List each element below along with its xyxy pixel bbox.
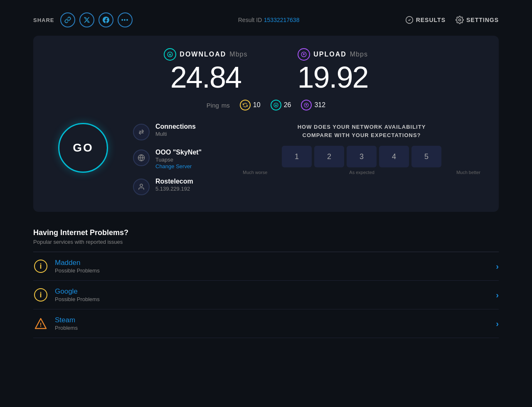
facebook-share-button[interactable] [99,12,113,27]
server-row: OOO "SkyNet" Tuapse Change Server [133,149,216,169]
ping-down-icon [271,100,281,110]
settings-nav-button[interactable]: SETTINGS [456,16,499,24]
ping-row: Ping ms 10 26 [50,100,482,110]
ping-up-value: 312 [301,100,325,110]
rating-1-button[interactable]: 1 [282,146,312,167]
result-id: Result ID 15332217638 [238,16,300,24]
share-section: SHARE ••• [33,12,133,27]
download-icon [164,48,176,61]
person-icon [133,179,150,195]
twitter-share-button[interactable] [79,12,94,27]
share-label: SHARE [33,17,54,23]
rating-2-button[interactable]: 2 [314,146,344,167]
ping-up-icon [301,100,312,110]
server-info: Connections Multi OOO "SkyNet" Tuapse Ch… [133,123,216,195]
speed-card: DOWNLOAD Mbps 24.84 UPLOAD Mbps 19.92 [33,36,499,212]
rating-labels: Much worse As expected Much better [241,170,482,175]
problems-subtitle: Popular services with reported issues [33,239,499,245]
problems-section: Having Internet Problems? Popular servic… [33,228,499,338]
expectations-section: HOW DOES YOUR NETWORK AVAILABILITYCOMPAR… [241,123,482,175]
jitter-icon [240,100,251,110]
svg-point-14 [140,184,143,186]
go-button-wrap: GO [50,123,116,173]
upload-value: 19.92 [297,62,368,92]
result-id-value[interactable]: 15332217638 [264,17,300,23]
rating-3-button[interactable]: 3 [347,146,377,167]
problem-item-google[interactable]: i Google Possible Problems › [33,281,499,309]
upload-metric: UPLOAD Mbps 19.92 [297,48,368,92]
rating-row: 1 2 3 4 5 [241,146,482,167]
google-arrow-icon: › [496,290,499,300]
problem-item-madden[interactable]: i Madden Possible Problems › [33,252,499,281]
isp-row: Rostelecom 5.139.229.192 [133,178,216,195]
more-share-button[interactable]: ••• [118,12,133,27]
madden-arrow-icon: › [496,262,499,271]
top-bar: SHARE ••• Result ID 15332217638 [0,0,532,36]
rating-4-button[interactable]: 4 [379,146,409,167]
nav-section: RESULTS SETTINGS [405,16,499,24]
google-info-icon: i [33,287,48,302]
steam-arrow-icon: › [496,319,499,329]
svg-text:!: ! [40,321,42,328]
download-metric: DOWNLOAD Mbps 24.84 [164,48,247,92]
link-share-button[interactable] [60,12,75,27]
madden-info-icon: i [33,259,48,274]
go-button[interactable]: GO [58,123,108,173]
globe-icon [133,150,150,166]
rating-5-button[interactable]: 5 [411,146,441,167]
steam-warning-icon: ! [33,316,48,331]
expectations-title: HOW DOES YOUR NETWORK AVAILABILITYCOMPAR… [241,123,482,139]
download-value: 24.84 [164,62,247,92]
speed-top: DOWNLOAD Mbps 24.84 UPLOAD Mbps 19.92 [50,48,482,92]
steam-name: Steam [55,316,491,324]
connections-icon [133,124,150,140]
change-server-link[interactable]: Change Server [155,163,202,169]
connections-row: Connections Multi [133,123,216,140]
problem-item-steam[interactable]: ! Steam Problems › [33,309,499,338]
card-bottom: GO Connections Multi [50,123,482,195]
problems-title: Having Internet Problems? [33,228,499,237]
upload-icon [298,48,310,61]
results-nav-button[interactable]: RESULTS [405,16,446,24]
svg-point-1 [458,19,461,21]
ping-jitter: 10 [240,100,261,110]
ping-down-value: 26 [271,100,291,110]
